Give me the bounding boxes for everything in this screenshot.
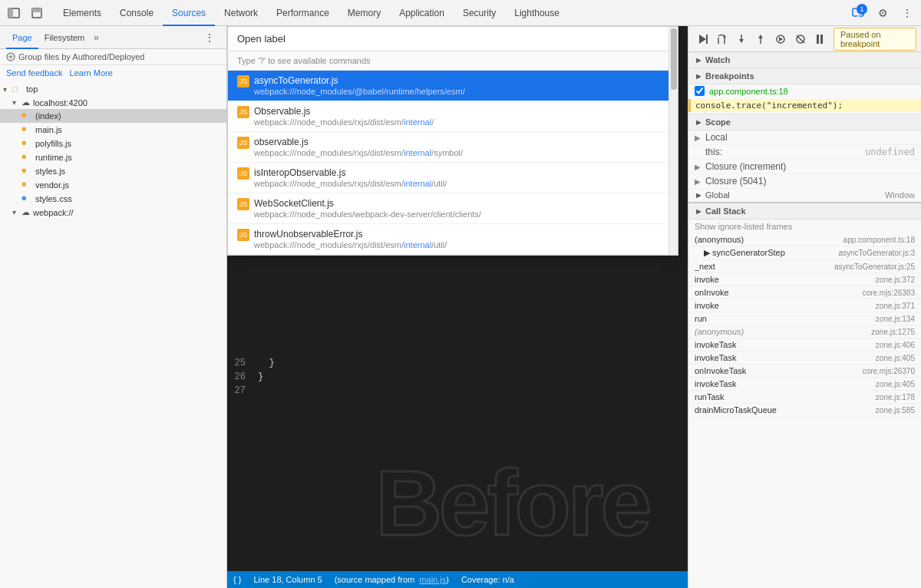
tree-arrow-webpack: ▾ xyxy=(12,208,21,216)
scope-closure-increment: ▶ Closure (increment) xyxy=(688,160,921,174)
send-feedback-link[interactable]: Send feedback xyxy=(6,68,62,78)
polyfills-icon: ■ xyxy=(21,138,34,149)
right-panel: Paused on breakpoint ► Watch ► Breakpoin… xyxy=(688,26,921,588)
file-result-0[interactable]: JS asyncToGenerator.js webpack:///node_m… xyxy=(228,71,678,101)
cs-item-invoke-2[interactable]: invoke zone.js:371 xyxy=(688,299,921,312)
cs-item-next[interactable]: _next asyncToGenerator.js:25 xyxy=(688,260,921,273)
tab-network[interactable]: Network xyxy=(215,0,267,26)
result-name-1: Observable.js xyxy=(254,106,668,117)
tree-item-main-js[interactable]: ■ main.js xyxy=(0,123,226,137)
file-result-1[interactable]: JS Observable.js webpack:///node_modules… xyxy=(228,101,678,132)
file-result-3[interactable]: JS isInteropObservable.js webpack:///nod… xyxy=(228,163,678,193)
tab-application[interactable]: Application xyxy=(390,0,454,26)
more-options-icon[interactable]: ⋮ xyxy=(896,2,918,24)
cs-item-oninvoke[interactable]: onInvoke core.mjs:26383 xyxy=(688,286,921,299)
file-result-4[interactable]: JS WebSocketClient.js webpack:///node_mo… xyxy=(228,193,678,224)
resume-btn[interactable] xyxy=(693,28,711,50)
call-stack-header[interactable]: ► Call Stack xyxy=(688,203,921,220)
scope-this-label: this: xyxy=(705,147,862,157)
cs-item-invoke-1[interactable]: invoke zone.js:372 xyxy=(688,273,921,286)
cs-item-invoketask-2[interactable]: invokeTask zone.js:405 xyxy=(688,352,921,365)
tree-item-polyfills-js[interactable]: ■ polyfills.js xyxy=(0,137,226,150)
file-result-2[interactable]: JS observable.js webpack:///node_modules… xyxy=(228,132,678,163)
open-input[interactable]: label xyxy=(264,33,285,45)
pause-on-exception-btn[interactable] xyxy=(810,28,829,50)
vendor-icon: ■ xyxy=(21,180,34,190)
svg-marker-8 xyxy=(699,35,706,44)
tree-item-styles-js[interactable]: ■ styles.js xyxy=(0,164,226,178)
overlay-scrollbar[interactable] xyxy=(668,27,678,255)
chat-icon[interactable]: 1 xyxy=(847,2,869,24)
tab-sources[interactable]: Sources xyxy=(163,0,215,26)
cs-ref-invoketask-1: zone.js:406 xyxy=(876,341,915,349)
main-layout: Page Filesystem » ⋮ Group files by Autho… xyxy=(0,26,921,588)
tab-console[interactable]: Console xyxy=(111,0,163,26)
left-panel: Page Filesystem » ⋮ Group files by Autho… xyxy=(0,26,227,588)
settings-icon[interactable]: ⚙ xyxy=(872,2,893,24)
cs-fn-invoketask-1: invokeTask xyxy=(695,340,876,349)
cs-item-anonymous[interactable]: (anonymous) app.component.ts:18 xyxy=(688,233,921,246)
paused-status: Paused on breakpoint xyxy=(834,28,916,51)
scroll-thumb[interactable] xyxy=(671,28,677,90)
devtools-tab-list: Elements Console Sources Network Perform… xyxy=(54,0,847,26)
step-out-btn[interactable] xyxy=(752,28,771,50)
cs-item-invoketask-3[interactable]: invokeTask zone.js:405 xyxy=(688,378,921,391)
result-path-3: webpack:///node_modules/rxjs/dist/esm/in… xyxy=(254,179,668,188)
step-btn[interactable] xyxy=(771,28,790,50)
tree-item-index[interactable]: ■ (index) xyxy=(0,109,226,123)
breakpoint-code: console.trace("incremented"); xyxy=(688,99,921,112)
more-tabs-btn[interactable]: » xyxy=(94,32,99,43)
cs-item-runtask[interactable]: runTask zone.js:178 xyxy=(688,391,921,404)
cs-item-run[interactable]: run zone.js:134 xyxy=(688,312,921,325)
tree-item-localhost[interactable]: ▾ ☁ localhost:4200 xyxy=(0,96,226,109)
tree-item-runtime-js[interactable]: ■ runtime.js xyxy=(0,150,226,164)
cs-item-syncgenerator[interactable]: ▶ syncGeneratorStep asyncToGenerator.js:… xyxy=(688,246,921,260)
cs-fn-oninvoketask: onInvokeTask xyxy=(695,366,863,375)
cs-ref-invoke-2: zone.js:371 xyxy=(876,302,915,310)
tab-memory[interactable]: Memory xyxy=(338,0,390,26)
watch-section-title[interactable]: ► Watch xyxy=(688,52,921,68)
call-stack-section: ► Call Stack Show ignore-listed frames (… xyxy=(688,203,921,417)
tree-item-webpack[interactable]: ▾ ☁ webpack:// xyxy=(0,206,226,219)
undock-icon[interactable] xyxy=(26,2,48,24)
deactivate-btn[interactable] xyxy=(791,28,810,50)
file-result-5[interactable]: JS throwUnobservableError.js webpack:///… xyxy=(228,224,678,255)
cs-ref-runtask: zone.js:178 xyxy=(876,393,915,401)
result-path-1: webpack:///node_modules/rxjs/dist/esm/in… xyxy=(254,117,668,127)
cs-item-anon-2[interactable]: (anonymous) zone.js:1275 xyxy=(688,325,921,339)
tab-security[interactable]: Security xyxy=(454,0,505,26)
learn-more-link[interactable]: Learn More xyxy=(70,68,113,78)
editor-bottombar: { } Line 18, Column 5 (source mapped fro… xyxy=(227,571,688,588)
cs-fn-drainmicrotask: drainMicroTaskQueue xyxy=(695,405,876,415)
tab-filesystem[interactable]: Filesystem xyxy=(38,26,91,49)
step-into-btn[interactable] xyxy=(732,28,751,50)
cs-ref-anonymous: app.component.ts:18 xyxy=(843,236,915,244)
scope-closure-5041: ▶ Closure (5041) xyxy=(688,174,921,189)
breakpoints-section: ► Breakpoints app.component.ts:18 consol… xyxy=(688,68,921,114)
cs-item-drainmicrotask[interactable]: drainMicroTaskQueue zone.js:585 xyxy=(688,404,921,417)
cs-fn-anonymous: (anonymous) xyxy=(695,235,843,244)
code-line-27: 27 xyxy=(227,384,688,398)
tab-lighthouse[interactable]: Lighthouse xyxy=(505,0,569,26)
breakpoint-checkbox[interactable] xyxy=(695,86,705,96)
tab-performance[interactable]: Performance xyxy=(267,0,338,26)
open-file-overlay: Open label Type '?' to see available com… xyxy=(227,26,678,256)
syntax-btn[interactable]: { } xyxy=(233,575,241,584)
step-over-btn[interactable] xyxy=(713,28,731,50)
cs-item-oninvoketask[interactable]: onInvokeTask core.mjs:26370 xyxy=(688,365,921,378)
scope-title[interactable]: ► Scope xyxy=(688,114,921,130)
open-file-hint: Type '?' to see available commands xyxy=(228,51,678,71)
tree-item-styles-css[interactable]: ■ styles.css xyxy=(0,192,226,206)
source-file-link[interactable]: main.js xyxy=(419,575,446,584)
panel-more-icon[interactable]: ⋮ xyxy=(199,27,220,48)
devtools-left-icons xyxy=(3,2,48,24)
tree-item-top[interactable]: ▾ □ top xyxy=(0,82,226,96)
breakpoints-title[interactable]: ► Breakpoints xyxy=(688,68,921,84)
tab-elements[interactable]: Elements xyxy=(54,0,111,26)
tab-page[interactable]: Page xyxy=(6,26,38,49)
result-path-4: webpack:///node_modules/webpack-dev-serv… xyxy=(254,210,668,219)
cs-item-invoketask-1[interactable]: invokeTask zone.js:406 xyxy=(688,339,921,352)
tree-item-vendor-js[interactable]: ■ vendor.js xyxy=(0,178,226,192)
dock-icon[interactable] xyxy=(3,2,25,24)
show-ignore-listed[interactable]: Show ignore-listed frames xyxy=(688,220,921,233)
